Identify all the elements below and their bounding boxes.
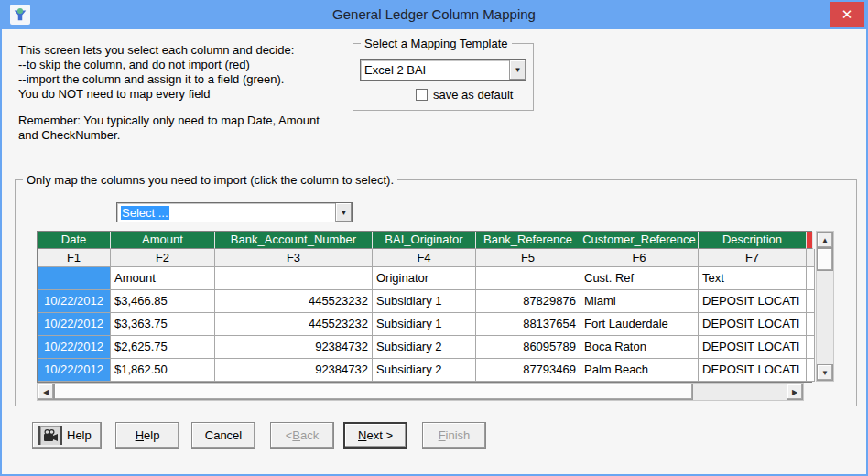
grid-row: 10/22/2012$2,625.7592384732Subsidiary 28… [38,336,811,359]
grid-cell-col7[interactable]: DEPOSIT LOCATI [699,313,807,336]
scroll-left-icon[interactable]: ◀ [38,384,54,400]
grid-cell-col7[interactable]: DEPOSIT LOCATI [699,336,807,359]
grid-header-col3[interactable]: Bank_Account_Number [215,232,373,249]
grid-field-code-col6[interactable]: F6 [580,249,699,267]
grid-header-col7[interactable]: Description [699,232,807,249]
grid-cell-col3[interactable]: 445523232 [215,313,373,336]
grid-header-col6[interactable]: Customer_Reference [580,232,699,249]
scroll-right-icon[interactable]: ▶ [787,384,803,400]
vertical-scroll-thumb[interactable] [817,248,833,271]
grid-cell-col6[interactable]: Palm Beach [580,359,699,382]
grid-cell-col4[interactable]: Subsidiary 1 [373,290,476,313]
grid-row: 10/22/2012$3,363.75445523232Subsidiary 1… [38,313,811,336]
mapping-grid: DateAmountBank_Account_NumberBAI_Origina… [37,231,812,383]
save-default-label: save as default [433,88,513,102]
grid-row: 10/22/2012$1,862.5092384732Subsidiary 28… [38,359,811,382]
video-help-button[interactable]: Help [32,422,102,449]
column-select-value: Select ... [117,206,335,220]
chevron-down-icon[interactable]: ▼ [509,60,526,80]
help-button[interactable]: Help [115,422,179,449]
grid-field-label-col1[interactable] [38,267,111,290]
grid-cell-col4[interactable]: Subsidiary 1 [373,313,476,336]
intro-text: This screen lets you select each column … [18,43,294,102]
grid-cell-col6[interactable]: Miami [580,290,699,313]
grid-row: 10/22/2012$3,466.85445523232Subsidiary 1… [38,290,811,313]
grid-skip-column[interactable] [807,336,815,359]
grid-field-label-col5[interactable] [476,267,580,290]
save-default-row: save as default [416,88,513,102]
remember-text: Remember: You typically only need to map… [18,114,320,143]
next-button[interactable]: Next > [343,422,407,449]
grid-row: AmountOriginatorCust. RefText [38,267,811,290]
grid-cell-col4[interactable]: Subsidiary 2 [373,336,476,359]
remember-line-2: and CheckNumber. [18,128,320,143]
grid-field-label-col6[interactable]: Cust. Ref [580,267,699,290]
grid-cell-col1[interactable]: 10/22/2012 [38,290,111,313]
grid-cell-col7[interactable]: DEPOSIT LOCATI [699,359,807,382]
horizontal-scroll-thumb[interactable] [54,384,693,400]
template-combobox-value: Excel 2 BAI [361,63,509,77]
grid-cell-col3[interactable]: 92384732 [215,359,373,382]
grid-field-label-col7[interactable]: Text [699,267,807,290]
grid-cell-col3[interactable]: 445523232 [215,290,373,313]
intro-line-3: --import the column and assign it to a f… [18,72,294,87]
grid-header-col2[interactable]: Amount [111,232,215,249]
grid-cell-col1[interactable]: 10/22/2012 [38,336,111,359]
scroll-down-icon[interactable]: ▼ [817,364,833,381]
close-button[interactable]: ✕ [830,2,864,27]
intro-line-1: This screen lets you select each column … [18,43,294,58]
grid-row: F1F2F3F4F5F6F7 [38,249,811,267]
grid-cell-col1[interactable]: 10/22/2012 [38,359,111,382]
grid-cell-col2[interactable]: $1,862.50 [111,359,215,382]
grid-cell-col2[interactable]: $3,363.75 [111,313,215,336]
grid-skip-column[interactable] [807,359,815,382]
grid-cell-col6[interactable]: Boca Raton [580,336,699,359]
cancel-button[interactable]: Cancel [191,422,255,449]
vertical-scrollbar[interactable]: ▲ ▼ [816,231,834,382]
grid-field-code-col5[interactable]: F5 [476,249,580,267]
scroll-up-icon[interactable]: ▲ [817,232,833,248]
grid-field-label-col2[interactable]: Amount [111,267,215,290]
grid-field-code-col1[interactable]: F1 [38,249,111,267]
grid-header-col5[interactable]: Bank_Reference [476,232,580,249]
grid-cell-col6[interactable]: Fort Lauderdale [580,313,699,336]
horizontal-scrollbar[interactable]: ◀ ▶ [37,383,804,401]
grid-cell-col7[interactable]: DEPOSIT LOCATI [699,290,807,313]
grid-skip-column[interactable] [807,267,815,290]
grid-cell-col2[interactable]: $2,625.75 [111,336,215,359]
grid-field-code-col4[interactable]: F4 [373,249,476,267]
grid-skip-column[interactable] [807,232,813,249]
grid-field-code-col7[interactable]: F7 [699,249,807,267]
column-select-highlighted-text: Select ... [121,206,169,220]
grid-skip-column[interactable] [807,290,815,313]
grid-cell-col1[interactable]: 10/22/2012 [38,313,111,336]
grid-header-col4[interactable]: BAI_Originator [373,232,476,249]
back-button[interactable]: < Back [270,422,334,449]
video-help-button-label: Help [67,428,92,442]
save-default-checkbox[interactable] [416,89,428,101]
grid-skip-column[interactable] [807,249,815,267]
grid-header-col1[interactable]: Date [38,232,111,249]
template-combobox[interactable]: Excel 2 BAI ▼ [360,60,526,81]
finish-button[interactable]: Finish [422,422,486,449]
grid-cell-col5[interactable]: 88137654 [476,313,580,336]
grid-cell-col4[interactable]: Subsidiary 2 [373,359,476,382]
grid-cell-col2[interactable]: $3,466.85 [111,290,215,313]
grid-field-label-col3[interactable] [215,267,373,290]
column-select-combobox[interactable]: Select ... ▼ [116,202,353,222]
title-bar: General Ledger Column Mapping ✕ [0,0,868,29]
chevron-down-icon[interactable]: ▼ [335,203,352,222]
window-title: General Ledger Column Mapping [0,0,868,29]
video-camera-icon [38,426,62,445]
grid-field-code-col2[interactable]: F2 [111,249,215,267]
grid-field-code-col3[interactable]: F3 [215,249,373,267]
grid-cell-col5[interactable]: 87829876 [476,290,580,313]
template-groupbox-label: Select a Mapping Template [361,37,512,50]
grid-cell-col5[interactable]: 87793469 [476,359,580,382]
mapping-groupbox-label: Only map the columns you need to import … [23,173,397,187]
grid-row: DateAmountBank_Account_NumberBAI_Origina… [38,232,811,249]
grid-skip-column[interactable] [807,313,815,336]
grid-cell-col5[interactable]: 86095789 [476,336,580,359]
grid-field-label-col4[interactable]: Originator [373,267,476,290]
grid-cell-col3[interactable]: 92384732 [215,336,373,359]
